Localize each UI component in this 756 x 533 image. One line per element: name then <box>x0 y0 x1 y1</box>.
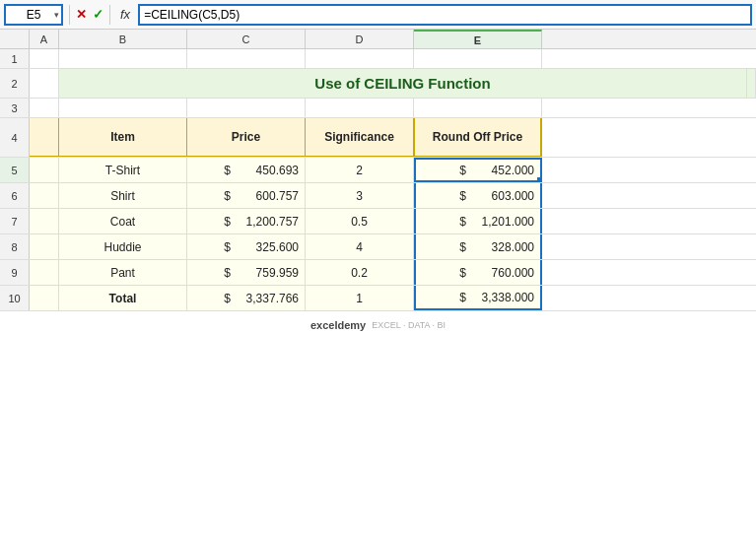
sig-9: 0.2 <box>351 266 368 280</box>
table-row-9[interactable]: 9 Pant $ 759.959 0.2 $ 760.000 <box>0 260 756 286</box>
result-dollar-6: $ <box>459 189 466 203</box>
result-dollar-10: $ <box>459 291 466 304</box>
cell-reference-box[interactable]: E5 ▾ <box>4 4 63 26</box>
cell-a4[interactable] <box>30 118 59 157</box>
table-row-6[interactable]: 6 Shirt $ 600.757 3 $ 603.000 <box>0 183 756 209</box>
title-cell[interactable]: Use of CEILING Function <box>59 69 747 98</box>
col-header-b[interactable]: B <box>59 30 187 48</box>
row-header-10[interactable]: 10 <box>0 286 30 310</box>
table-row-7[interactable]: 7 Coat $ 1,200.757 0.5 $ 1,201.000 <box>0 209 756 234</box>
cell-c1[interactable] <box>187 49 306 68</box>
column-headers-row: A B C D E <box>0 30 756 49</box>
formula-text: =CEILING(C5,D5) <box>144 8 240 22</box>
row-header-3[interactable]: 3 <box>0 99 30 117</box>
cell-a2[interactable] <box>30 69 59 98</box>
cell-a9[interactable] <box>30 260 59 285</box>
watermark: exceldemy EXCEL · DATA · BI <box>0 311 756 339</box>
cell-a7[interactable] <box>30 209 59 233</box>
cell-b8[interactable]: Huddie <box>59 234 187 259</box>
cell-e1[interactable] <box>414 49 542 68</box>
sig-5: 2 <box>356 164 363 177</box>
col-header-d[interactable]: D <box>306 30 414 48</box>
row-header-2[interactable]: 2 <box>0 69 30 98</box>
col-header-e[interactable]: E <box>414 30 542 48</box>
cell-e9[interactable]: $ 760.000 <box>414 260 542 285</box>
row-header-8[interactable]: 8 <box>0 234 30 259</box>
cell-e10[interactable]: $ 3,338.000 ↓ <box>414 286 542 310</box>
cell-a8[interactable] <box>30 234 59 259</box>
item-6: Shirt <box>110 189 135 203</box>
cell-e5[interactable]: $ 452.000 <box>414 158 542 182</box>
row-1: 1 <box>0 49 756 69</box>
cell-ref-label: E5 <box>27 8 41 22</box>
cell-a1[interactable] <box>30 49 59 68</box>
result-dollar-9: $ <box>459 266 466 280</box>
cell-c6[interactable]: $ 600.757 <box>187 183 306 208</box>
cell-c10[interactable]: $ 3,337.766 <box>187 286 306 310</box>
watermark-sub: EXCEL · DATA · BI <box>372 320 446 330</box>
table-row-5[interactable]: 5 T-Shirt $ 450.693 2 $ 452.000 <box>0 158 756 183</box>
cell-e7[interactable]: $ 1,201.000 <box>414 209 542 233</box>
row-header-1[interactable]: 1 <box>0 49 30 68</box>
result-5: 452.000 <box>470 164 534 177</box>
cell-b10[interactable]: Total <box>59 286 187 310</box>
cell-e8[interactable]: $ 328.000 <box>414 234 542 259</box>
header-item[interactable]: Item <box>59 118 187 157</box>
cell-e6[interactable]: $ 603.000 <box>414 183 542 208</box>
table-header-row: 4 Item Price Significance Round Off Pric… <box>0 118 756 158</box>
table-row-8[interactable]: 8 Huddie $ 325.600 4 $ 328.000 <box>0 234 756 260</box>
header-round-off-label: Round Off Price <box>433 130 522 144</box>
header-significance[interactable]: Significance <box>306 118 414 157</box>
cell-d9[interactable]: 0.2 <box>306 260 414 285</box>
row-header-4[interactable]: 4 <box>0 118 30 157</box>
cell-d6[interactable]: 3 <box>306 183 414 208</box>
cell-a5[interactable] <box>30 158 59 182</box>
cell-e2[interactable] <box>747 69 756 98</box>
cell-b7[interactable]: Coat <box>59 209 187 233</box>
sig-6: 3 <box>356 189 363 203</box>
spreadsheet: A B C D E 1 2 Use of CEILING Function 3 … <box>0 30 756 311</box>
corner-cell <box>0 30 30 48</box>
cell-c3[interactable] <box>187 99 306 117</box>
cell-b5[interactable]: T-Shirt <box>59 158 187 182</box>
result-8: 328.000 <box>470 240 534 254</box>
cell-b1[interactable] <box>59 49 187 68</box>
fx-label: fx <box>120 7 130 22</box>
cell-d8[interactable]: 4 <box>306 234 414 259</box>
cell-c7[interactable]: $ 1,200.757 <box>187 209 306 233</box>
result-7: 1,201.000 <box>470 215 534 229</box>
header-price[interactable]: Price <box>187 118 306 157</box>
cell-d3[interactable] <box>306 99 414 117</box>
watermark-name: exceldemy <box>310 319 366 331</box>
formula-input[interactable]: =CEILING(C5,D5) <box>138 4 752 26</box>
price-5: 450.693 <box>235 164 299 177</box>
cell-ref-dropdown-icon[interactable]: ▾ <box>54 10 59 20</box>
cell-a6[interactable] <box>30 183 59 208</box>
confirm-formula-icon[interactable]: ✓ <box>93 7 103 22</box>
col-header-c[interactable]: C <box>187 30 306 48</box>
cell-b3[interactable] <box>59 99 187 117</box>
col-header-a[interactable]: A <box>30 30 59 48</box>
price-9: 759.959 <box>235 266 299 280</box>
row-header-5[interactable]: 5 <box>0 158 30 182</box>
result-dollar-5: $ <box>459 164 466 177</box>
cell-b6[interactable]: Shirt <box>59 183 187 208</box>
row-header-9[interactable]: 9 <box>0 260 30 285</box>
cell-c8[interactable]: $ 325.600 <box>187 234 306 259</box>
dollar-6: $ <box>224 189 231 203</box>
cell-b9[interactable]: Pant <box>59 260 187 285</box>
row-header-7[interactable]: 7 <box>0 209 30 233</box>
cancel-formula-icon[interactable]: ✕ <box>76 7 87 22</box>
cell-d5[interactable]: 2 <box>306 158 414 182</box>
cell-a10[interactable] <box>30 286 59 310</box>
cell-d1[interactable] <box>306 49 414 68</box>
cell-c5[interactable]: $ 450.693 <box>187 158 306 182</box>
header-round-off[interactable]: Round Off Price <box>414 118 542 157</box>
row-header-6[interactable]: 6 <box>0 183 30 208</box>
cell-c9[interactable]: $ 759.959 <box>187 260 306 285</box>
table-row-10[interactable]: 10 Total $ 3,337.766 1 $ 3,338.000 ↓ <box>0 286 756 311</box>
cell-d7[interactable]: 0.5 <box>306 209 414 233</box>
cell-a3[interactable] <box>30 99 59 117</box>
cell-e3[interactable] <box>414 99 542 117</box>
cell-d10[interactable]: 1 <box>306 286 414 310</box>
